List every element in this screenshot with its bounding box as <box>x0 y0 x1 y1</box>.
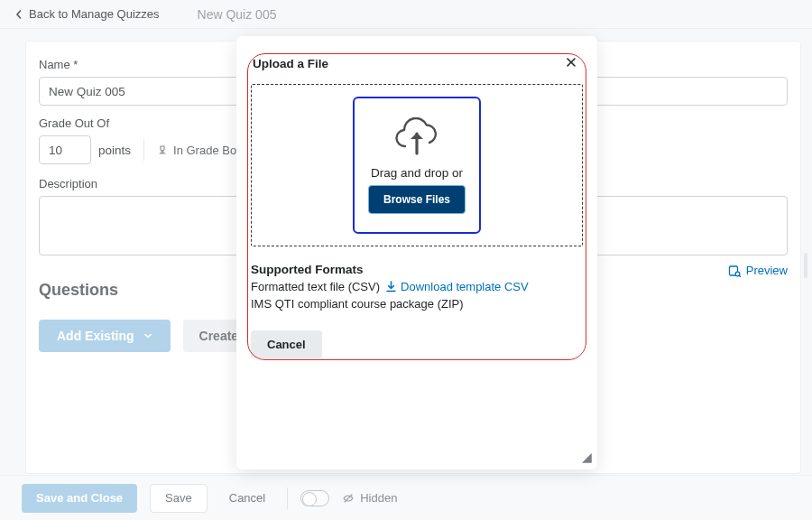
save-button[interactable]: Save <box>150 484 208 513</box>
dropzone-inner: Drag and drop or Browse Files <box>353 97 481 234</box>
format-csv-row: Formatted text file (CSV) Download templ… <box>251 280 583 293</box>
questions-heading: Questions <box>39 281 118 300</box>
chevron-down-icon <box>143 331 152 340</box>
supported-formats-heading: Supported Formats <box>251 263 583 276</box>
add-existing-label: Add Existing <box>57 329 134 343</box>
download-icon <box>385 281 397 292</box>
grade-input[interactable] <box>39 135 91 164</box>
modal-cancel-button[interactable]: Cancel <box>251 330 322 358</box>
preview-button[interactable]: Preview <box>728 264 788 277</box>
upload-cloud-icon <box>392 117 442 157</box>
hidden-icon <box>342 492 355 505</box>
trophy-icon <box>157 144 168 155</box>
save-and-close-button[interactable]: Save and Close <box>22 484 137 513</box>
back-link[interactable]: Back to Manage Quizzes <box>14 7 160 21</box>
close-button[interactable] <box>561 52 581 75</box>
cancel-button[interactable]: Cancel <box>220 491 274 505</box>
download-template-label: Download template CSV <box>401 280 529 293</box>
browse-files-button[interactable]: Browse Files <box>368 185 466 214</box>
scrollbar[interactable] <box>804 253 807 278</box>
format-zip-label: IMS QTI compliant course package (ZIP) <box>251 297 464 311</box>
format-csv-label: Formatted text file (CSV) <box>251 280 380 293</box>
page-title: New Quiz 005 <box>198 7 277 22</box>
footer-bar: Save and Close Save Cancel Hidden <box>0 475 812 520</box>
close-icon <box>565 56 577 69</box>
format-zip-row: IMS QTI compliant course package (ZIP) <box>251 297 583 311</box>
download-template-link[interactable]: Download template CSV <box>385 280 529 293</box>
visibility-label: Hidden <box>360 491 397 505</box>
modal-header: Upload a File <box>251 47 583 84</box>
dropzone[interactable]: Drag and drop or Browse Files <box>251 84 583 246</box>
visibility-label-group: Hidden <box>342 491 397 505</box>
drag-drop-text: Drag and drop or <box>371 166 463 180</box>
visibility-toggle[interactable] <box>300 490 329 506</box>
divider <box>287 488 288 509</box>
chevron-left-icon <box>14 10 23 19</box>
top-bar: Back to Manage Quizzes New Quiz 005 <box>0 0 812 29</box>
points-label: points <box>98 144 131 157</box>
preview-icon <box>728 265 741 277</box>
upload-file-modal: Upload a File Drag and drop or Browse Fi… <box>236 36 597 469</box>
add-existing-button[interactable]: Add Existing <box>39 320 171 352</box>
preview-label: Preview <box>746 264 788 277</box>
modal-title: Upload a File <box>253 57 328 70</box>
back-label: Back to Manage Quizzes <box>29 7 160 21</box>
resize-grip-icon: ◢ <box>582 450 592 464</box>
divider <box>143 139 144 161</box>
